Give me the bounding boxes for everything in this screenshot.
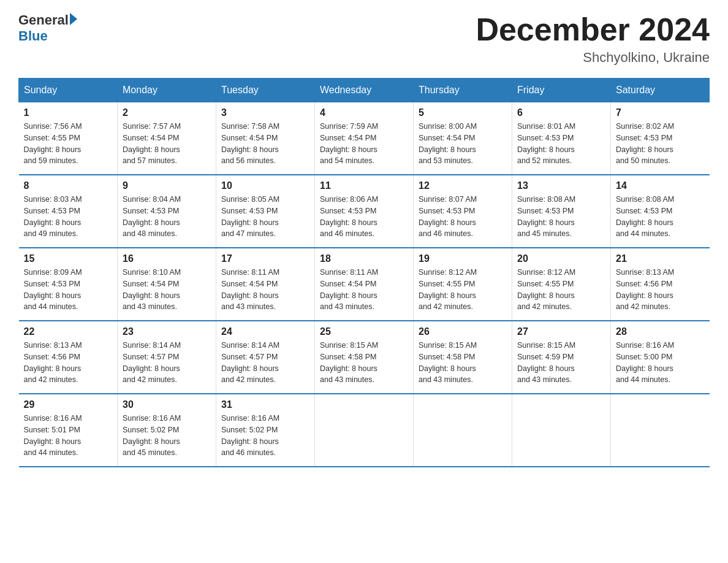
- calendar-cell: 24 Sunrise: 8:14 AMSunset: 4:57 PMDaylig…: [216, 321, 315, 394]
- day-info: Sunrise: 8:00 AMSunset: 4:54 PMDaylight:…: [419, 122, 477, 165]
- day-number: 8: [24, 180, 113, 191]
- calendar-cell: 7 Sunrise: 8:02 AMSunset: 4:53 PMDayligh…: [611, 102, 710, 175]
- title-block: December 2024 Shchyolkino, Ukraine: [476, 12, 710, 66]
- day-info: Sunrise: 8:08 AMSunset: 4:53 PMDaylight:…: [517, 195, 575, 238]
- weekday-header-monday: Monday: [118, 79, 216, 102]
- calendar-cell: 18 Sunrise: 8:11 AMSunset: 4:54 PMDaylig…: [315, 248, 414, 321]
- day-number: 13: [517, 180, 605, 191]
- day-info: Sunrise: 8:14 AMSunset: 4:57 PMDaylight:…: [221, 341, 279, 384]
- calendar-cell: 19 Sunrise: 8:12 AMSunset: 4:55 PMDaylig…: [414, 248, 512, 321]
- day-info: Sunrise: 7:58 AMSunset: 4:54 PMDaylight:…: [221, 122, 279, 165]
- day-number: 26: [419, 326, 507, 337]
- calendar-cell: 15 Sunrise: 8:09 AMSunset: 4:53 PMDaylig…: [19, 248, 118, 321]
- weekday-header-saturday: Saturday: [611, 79, 710, 102]
- day-info: Sunrise: 8:13 AMSunset: 4:56 PMDaylight:…: [24, 341, 82, 384]
- day-number: 29: [24, 399, 113, 410]
- day-info: Sunrise: 7:57 AMSunset: 4:54 PMDaylight:…: [123, 122, 181, 165]
- logo-blue: Blue: [18, 28, 48, 44]
- calendar-cell: 12 Sunrise: 8:07 AMSunset: 4:53 PMDaylig…: [414, 175, 512, 248]
- day-number: 20: [517, 253, 605, 264]
- day-number: 14: [616, 180, 705, 191]
- calendar-cell: 13 Sunrise: 8:08 AMSunset: 4:53 PMDaylig…: [512, 175, 611, 248]
- day-info: Sunrise: 8:15 AMSunset: 4:58 PMDaylight:…: [419, 341, 477, 384]
- day-info: Sunrise: 8:16 AMSunset: 5:02 PMDaylight:…: [123, 414, 181, 457]
- day-number: 19: [419, 253, 507, 264]
- calendar-cell: 10 Sunrise: 8:05 AMSunset: 4:53 PMDaylig…: [216, 175, 315, 248]
- calendar-cell: 1 Sunrise: 7:56 AMSunset: 4:55 PMDayligh…: [19, 102, 118, 175]
- day-number: 30: [123, 399, 211, 410]
- weekday-header-thursday: Thursday: [414, 79, 512, 102]
- calendar-cell: 21 Sunrise: 8:13 AMSunset: 4:56 PMDaylig…: [611, 248, 710, 321]
- calendar-cell: 30 Sunrise: 8:16 AMSunset: 5:02 PMDaylig…: [118, 394, 216, 467]
- page-header: General Blue December 2024 Shchyolkino, …: [18, 12, 710, 66]
- day-number: 4: [320, 107, 408, 118]
- day-number: 31: [221, 399, 309, 410]
- calendar-cell: 25 Sunrise: 8:15 AMSunset: 4:58 PMDaylig…: [315, 321, 414, 394]
- calendar-cell: 2 Sunrise: 7:57 AMSunset: 4:54 PMDayligh…: [118, 102, 216, 175]
- day-info: Sunrise: 8:07 AMSunset: 4:53 PMDaylight:…: [419, 195, 477, 238]
- day-number: 1: [24, 107, 113, 118]
- day-info: Sunrise: 8:09 AMSunset: 4:53 PMDaylight:…: [24, 268, 82, 311]
- calendar-week-row: 1 Sunrise: 7:56 AMSunset: 4:55 PMDayligh…: [19, 102, 710, 175]
- day-info: Sunrise: 8:05 AMSunset: 4:53 PMDaylight:…: [221, 195, 279, 238]
- day-info: Sunrise: 8:15 AMSunset: 4:58 PMDaylight:…: [320, 341, 378, 384]
- calendar-cell: [512, 394, 611, 467]
- logo-general: General: [18, 12, 69, 28]
- day-number: 25: [320, 326, 408, 337]
- day-info: Sunrise: 8:16 AMSunset: 5:00 PMDaylight:…: [616, 341, 674, 384]
- day-number: 16: [123, 253, 211, 264]
- month-title: December 2024: [476, 12, 710, 47]
- day-info: Sunrise: 8:01 AMSunset: 4:53 PMDaylight:…: [517, 122, 575, 165]
- weekday-header-friday: Friday: [512, 79, 611, 102]
- calendar-cell: 8 Sunrise: 8:03 AMSunset: 4:53 PMDayligh…: [19, 175, 118, 248]
- calendar-cell: 23 Sunrise: 8:14 AMSunset: 4:57 PMDaylig…: [118, 321, 216, 394]
- calendar-week-row: 8 Sunrise: 8:03 AMSunset: 4:53 PMDayligh…: [19, 175, 710, 248]
- logo-arrow-icon: [70, 13, 77, 25]
- day-info: Sunrise: 8:08 AMSunset: 4:53 PMDaylight:…: [616, 195, 674, 238]
- day-number: 28: [616, 326, 705, 337]
- calendar-week-row: 22 Sunrise: 8:13 AMSunset: 4:56 PMDaylig…: [19, 321, 710, 394]
- calendar-cell: 22 Sunrise: 8:13 AMSunset: 4:56 PMDaylig…: [19, 321, 118, 394]
- location: Shchyolkino, Ukraine: [476, 50, 710, 66]
- calendar-table: SundayMondayTuesdayWednesdayThursdayFrid…: [18, 78, 710, 467]
- calendar-cell: 6 Sunrise: 8:01 AMSunset: 4:53 PMDayligh…: [512, 102, 611, 175]
- day-number: 23: [123, 326, 211, 337]
- day-number: 15: [24, 253, 113, 264]
- calendar-cell: 28 Sunrise: 8:16 AMSunset: 5:00 PMDaylig…: [611, 321, 710, 394]
- day-info: Sunrise: 8:14 AMSunset: 4:57 PMDaylight:…: [123, 341, 181, 384]
- calendar-cell: 20 Sunrise: 8:12 AMSunset: 4:55 PMDaylig…: [512, 248, 611, 321]
- calendar-cell: 16 Sunrise: 8:10 AMSunset: 4:54 PMDaylig…: [118, 248, 216, 321]
- day-info: Sunrise: 8:06 AMSunset: 4:53 PMDaylight:…: [320, 195, 378, 238]
- calendar-cell: 3 Sunrise: 7:58 AMSunset: 4:54 PMDayligh…: [216, 102, 315, 175]
- day-info: Sunrise: 8:13 AMSunset: 4:56 PMDaylight:…: [616, 268, 674, 311]
- day-info: Sunrise: 7:59 AMSunset: 4:54 PMDaylight:…: [320, 122, 378, 165]
- day-info: Sunrise: 8:12 AMSunset: 4:55 PMDaylight:…: [419, 268, 477, 311]
- weekday-header-wednesday: Wednesday: [315, 79, 414, 102]
- calendar-cell: 29 Sunrise: 8:16 AMSunset: 5:01 PMDaylig…: [19, 394, 118, 467]
- calendar-cell: 14 Sunrise: 8:08 AMSunset: 4:53 PMDaylig…: [611, 175, 710, 248]
- calendar-week-row: 29 Sunrise: 8:16 AMSunset: 5:01 PMDaylig…: [19, 394, 710, 467]
- calendar-cell: 31 Sunrise: 8:16 AMSunset: 5:02 PMDaylig…: [216, 394, 315, 467]
- calendar-cell: [611, 394, 710, 467]
- day-number: 6: [517, 107, 605, 118]
- day-number: 11: [320, 180, 408, 191]
- day-number: 18: [320, 253, 408, 264]
- day-info: Sunrise: 8:11 AMSunset: 4:54 PMDaylight:…: [221, 268, 279, 311]
- calendar-week-row: 15 Sunrise: 8:09 AMSunset: 4:53 PMDaylig…: [19, 248, 710, 321]
- day-info: Sunrise: 8:04 AMSunset: 4:53 PMDaylight:…: [123, 195, 181, 238]
- logo: General Blue: [18, 12, 77, 45]
- day-number: 12: [419, 180, 507, 191]
- weekday-header-tuesday: Tuesday: [216, 79, 315, 102]
- day-number: 27: [517, 326, 605, 337]
- calendar-cell: [315, 394, 414, 467]
- day-info: Sunrise: 8:11 AMSunset: 4:54 PMDaylight:…: [320, 268, 378, 311]
- calendar-cell: 27 Sunrise: 8:15 AMSunset: 4:59 PMDaylig…: [512, 321, 611, 394]
- calendar-cell: 5 Sunrise: 8:00 AMSunset: 4:54 PMDayligh…: [414, 102, 512, 175]
- day-number: 17: [221, 253, 309, 264]
- calendar-cell: 9 Sunrise: 8:04 AMSunset: 4:53 PMDayligh…: [118, 175, 216, 248]
- day-info: Sunrise: 8:16 AMSunset: 5:02 PMDaylight:…: [221, 414, 279, 457]
- weekday-header-sunday: Sunday: [19, 79, 118, 102]
- day-number: 21: [616, 253, 705, 264]
- day-number: 3: [221, 107, 309, 118]
- day-info: Sunrise: 8:15 AMSunset: 4:59 PMDaylight:…: [517, 341, 575, 384]
